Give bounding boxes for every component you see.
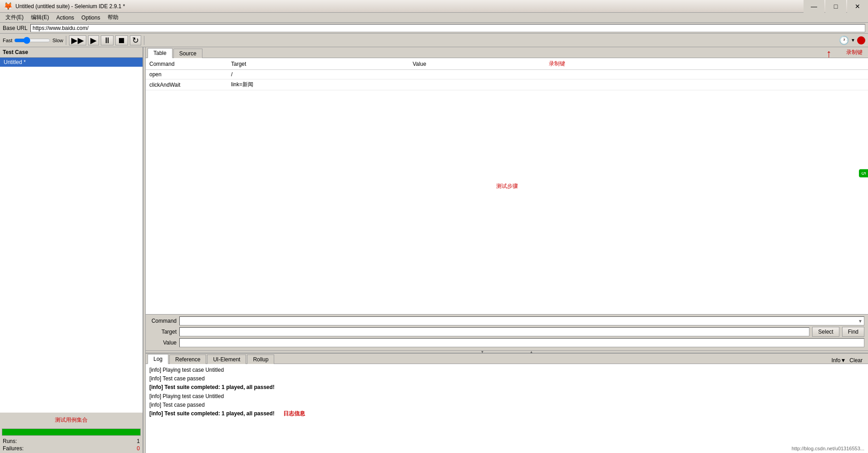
base-url-bar: Base URL	[0, 23, 868, 34]
target-cell: link=新闻	[227, 79, 409, 90]
progress-bar-container	[2, 428, 141, 436]
log-line: [info] Test case passed	[149, 401, 864, 409]
col-header-command: Command	[146, 58, 227, 70]
bottom-panel: Log Reference UI-Element Rollup Info▼ Cl…	[146, 353, 868, 453]
runs-value: 1	[137, 438, 140, 444]
select-button[interactable]: Select	[812, 327, 839, 337]
value-row: Value	[149, 338, 864, 347]
menu-bar: 文件(E) 编辑(E) Actions Options 帮助	[0, 13, 868, 23]
tab-table[interactable]: Table	[148, 48, 173, 58]
tab-rollup[interactable]: Rollup	[247, 355, 274, 364]
title-bar: 🦊 Untitled (untitled suite) - Selenium I…	[0, 0, 868, 13]
value-cell	[409, 79, 545, 90]
base-url-input[interactable]	[30, 24, 865, 32]
speed-fast-label: Fast	[3, 38, 12, 43]
failures-value: 0	[137, 445, 140, 452]
csdn-url: http://blog.csdn.net/u01316553...	[792, 446, 864, 451]
green-side-tab[interactable]: 5	[859, 169, 868, 177]
test-steps-label: 测试步骤	[487, 173, 527, 199]
record-key-label[interactable]: 录制键	[843, 47, 866, 58]
command-label: Command	[149, 318, 177, 324]
speed-slider[interactable]	[14, 37, 50, 44]
menu-item-file[interactable]: 文件(E)	[2, 13, 27, 22]
toolbar-right: 🕐 ▼	[839, 35, 865, 45]
command-input-wrapper: ▼	[179, 316, 864, 325]
tab-source[interactable]: Source	[173, 49, 202, 58]
command-input-area: Command ▼ Target Select Find Value	[146, 314, 868, 350]
menu-item-help[interactable]: 帮助	[104, 13, 122, 22]
table-row[interactable]: open /	[146, 70, 868, 79]
log-content: [info] Playing test case Untitled[info] …	[146, 364, 868, 453]
test-case-item[interactable]: Untitled *	[0, 58, 143, 67]
menu-item-options[interactable]: Options	[78, 14, 104, 22]
table-row[interactable]: clickAndWait link=新闻	[146, 79, 868, 90]
tab-log[interactable]: Log	[148, 354, 168, 364]
toolbar-separator-2	[144, 36, 144, 45]
tab-bar: Table Source 录制键 ↑	[146, 47, 868, 58]
commands-table: Command Target Value 录制键 open / clickAnd…	[146, 58, 868, 90]
pause-button[interactable]: ⏸	[101, 35, 113, 45]
bottom-tab-right: Info▼ Clear	[828, 357, 866, 364]
right-panel: Table Source 录制键 ↑ Command Target Value …	[146, 47, 868, 453]
log-line: [info] Test suite completed: 1 played, a…	[149, 383, 864, 392]
tab-reference[interactable]: Reference	[169, 355, 206, 364]
find-button[interactable]: Find	[842, 327, 864, 337]
bottom-tab-bar: Log Reference UI-Element Rollup Info▼ Cl…	[146, 354, 868, 364]
clock-icon[interactable]: 🕐	[839, 35, 849, 45]
cmd-cell: clickAndWait	[146, 79, 227, 90]
test-case-list: Untitled *	[0, 58, 143, 413]
command-row: Command ▼	[149, 316, 864, 325]
menu-item-actions[interactable]: Actions	[53, 14, 78, 22]
clear-button[interactable]: Clear	[849, 357, 863, 364]
main-area: Test Case Untitled * 测试用例集合 Runs: 1 Fail…	[0, 47, 868, 453]
failures-label: Failures:	[3, 445, 24, 452]
stats-area: Runs: 1 Failures: 0	[0, 437, 143, 453]
log-line: [info] Test case passed	[149, 374, 864, 383]
maximize-button[interactable]: □	[825, 0, 846, 13]
cmd-cell: open	[146, 70, 227, 79]
log-info-label: 日志信息	[283, 410, 305, 417]
base-url-label: Base URL	[3, 25, 28, 31]
left-panel: Test Case Untitled * 测试用例集合 Runs: 1 Fail…	[0, 47, 143, 453]
test-case-header: Test Case	[0, 47, 143, 58]
log-line: [info] Playing test case Untitled	[149, 366, 864, 374]
step-button[interactable]: ↻	[130, 35, 141, 45]
title-text: Untitled (untitled suite) - Selenium IDE…	[15, 3, 864, 10]
col-header-value: Value	[409, 58, 545, 70]
command-dropdown-arrow[interactable]: ▼	[858, 319, 863, 324]
table-content: Command Target Value 录制键 open / clickAnd…	[146, 58, 868, 314]
value-cell	[409, 70, 545, 79]
tab-ui-element[interactable]: UI-Element	[207, 355, 246, 364]
runs-row: Runs: 1	[3, 438, 140, 445]
toolbar: Fast Slow ▶▶ ▶ ⏸ ⏹ ↻ 🕐 ▼	[0, 34, 868, 47]
test-suite-label: 测试用例集合	[0, 413, 143, 428]
record-button[interactable]	[857, 36, 865, 44]
runs-label: Runs:	[3, 438, 17, 444]
minimize-button[interactable]: —	[804, 0, 824, 13]
title-icon: 🦊	[4, 2, 13, 10]
record-cell	[545, 79, 868, 90]
progress-bar	[2, 429, 140, 435]
target-row: Target Select Find	[149, 327, 864, 337]
value-input[interactable]	[179, 338, 864, 347]
speed-slow-label: Slow	[52, 38, 63, 43]
clock-dropdown[interactable]: ▼	[851, 38, 855, 43]
target-input[interactable]	[179, 327, 809, 336]
record-cell	[545, 70, 868, 79]
target-label: Target	[149, 329, 177, 335]
col-header-target: Target	[227, 58, 409, 70]
menu-item-edit[interactable]: 编辑(E)	[27, 13, 53, 22]
commands-tbody: open / clickAndWait link=新闻	[146, 70, 868, 90]
col-header-record: 录制键	[545, 58, 868, 70]
info-button[interactable]: Info▼	[831, 357, 846, 364]
close-button[interactable]: ✕	[847, 0, 868, 13]
toolbar-separator-1	[66, 36, 66, 45]
play-all-button[interactable]: ▶▶	[69, 35, 86, 45]
value-label: Value	[149, 340, 177, 346]
target-cell: /	[227, 70, 409, 79]
stop-button[interactable]: ⏹	[115, 35, 128, 45]
failures-row: Failures: 0	[3, 445, 140, 452]
play-button[interactable]: ▶	[88, 35, 99, 45]
command-input[interactable]	[179, 316, 864, 325]
log-line: [info] Test suite completed: 1 played, a…	[149, 409, 864, 418]
